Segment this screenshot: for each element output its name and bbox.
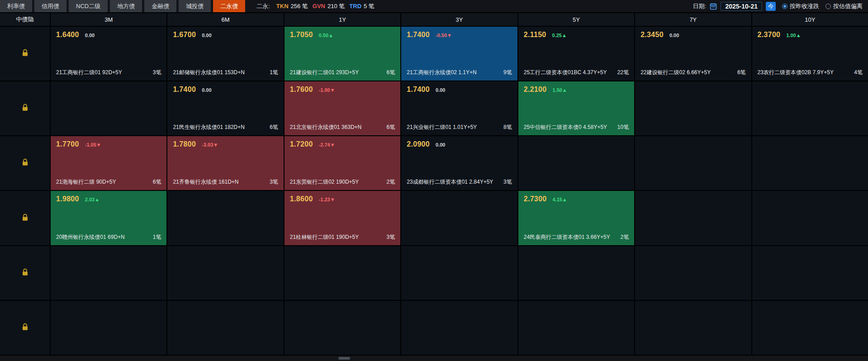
quote-value: 1.7200 [290,140,313,148]
tab-financial-bonds[interactable]: 金融债 [144,0,176,12]
quote-cell-1y-r0[interactable]: 1.70500.50▲21建设银行二级01 293D+5Y6笔 [285,27,400,81]
empty-cell-7y-r4 [635,246,751,300]
quote-value: 2.2100 [524,86,547,94]
quote-cell-6m-r0[interactable]: 1.67000.0021邮储银行永续债01 153D+N1笔 [167,27,283,81]
toolbar-right: 日期: 2025-10-21 今 按昨收涨跌按估值偏离 [693,0,868,12]
radio-circle-icon [782,4,787,9]
trade-count: 6笔 [270,124,278,131]
bond-name: 21民生银行永续债01 182D+N [173,124,244,131]
app-root: 利率债信用债NCD二级地方债金融债城投债二永债 二永: TKN256 笔GVN2… [0,0,868,361]
quote-value: 1.7400 [173,86,196,94]
quote-cell-3y-r2[interactable]: 2.09000.0023成都银行二级资本债01 2.84Y+5Y3笔 [401,136,517,190]
quote-value: 1.6700 [173,31,196,39]
lock-icon [22,268,28,278]
quote-change: -1.23▼ [319,197,335,202]
tab-urban-investment-bonds[interactable]: 城投债 [179,0,211,12]
quote-cell-5y-r3[interactable]: 2.73004.15▲24民泰商行二级资本债01 3.66Y+5Y2笔 [518,191,634,245]
quote-value: 1.6400 [56,31,79,39]
column-header-5y: 5Y [518,13,634,26]
quote-value: 2.3700 [758,31,781,39]
horizontal-scrollbar[interactable] [0,356,868,361]
trade-count: 6笔 [387,124,395,131]
scrollbar-thumb[interactable] [338,357,350,360]
empty-cell-6m-r5 [167,301,283,355]
empty-cell-1y-r4 [285,246,400,300]
empty-cell-3m-r5 [51,301,166,355]
lock-icon [22,323,28,332]
empty-cell-3y-r4 [401,246,517,300]
calendar-icon[interactable] [710,3,717,10]
quote-cell-5y-r0[interactable]: 2.11500.25▲25工行二级资本债01BC 4.37Y+5Y22笔 [518,27,634,81]
row-lock-1[interactable] [0,81,50,135]
column-header-6m: 6M [167,13,283,26]
tab-bar: 利率债信用债NCD二级地方债金融债城投债二永债 [0,0,247,12]
quote-cell-5y-r1[interactable]: 2.21001.50▲25中信银行二级资本债0 4.58Y+5Y10笔 [518,81,634,135]
trade-count: 8笔 [503,124,512,131]
empty-cell-10y-r4 [752,246,868,300]
radio-by-valuation-deviation[interactable]: 按估值偏离 [825,2,863,10]
row-lock-4[interactable] [0,246,50,300]
empty-cell-10y-r1 [752,81,868,135]
quote-cell-1y-r1[interactable]: 1.7600-1.00▼21北京银行永续债01 363D+N6笔 [285,81,400,135]
quote-cell-3m-r2[interactable]: 1.7700-1.05▼21渤海银行二级 90D+5Y6笔 [51,136,166,190]
quote-change: 0.00 [85,33,95,38]
row-lock-0[interactable] [0,27,50,81]
trade-count: 6笔 [737,69,746,76]
row-lock-3[interactable] [0,191,50,245]
lock-icon [22,104,28,113]
empty-cell-5y-r5 [518,301,634,355]
row-lock-2[interactable] [0,136,50,190]
tab-perpetual-tier2-bonds[interactable]: 二永债 [213,0,245,12]
summary-trd-label: TRD [349,3,361,10]
date-value[interactable]: 2025-10-21 [721,2,762,11]
quote-value: 2.7300 [524,195,547,203]
tab-local-gov-bonds[interactable]: 地方债 [110,0,142,12]
summary-trd-count: 5 笔 [364,2,375,10]
trade-count: 3笔 [153,69,161,76]
quote-cell-10y-r0[interactable]: 2.37001.00▲23农行二级资本债02B 7.9Y+5Y4笔 [752,27,868,81]
empty-cell-7y-r2 [635,136,751,190]
empty-cell-3m-r4 [51,246,166,300]
tab-interest-rate-bonds[interactable]: 利率债 [0,0,32,12]
today-button[interactable]: 今 [766,2,776,11]
quote-change: 0.00 [669,33,679,38]
quote-cell-3m-r0[interactable]: 1.64000.0021工商银行二级01 92D+5Y3笔 [51,27,166,81]
corner-header: 中债隐 [0,13,50,26]
tab-ncd-secondary[interactable]: NCD二级 [69,0,108,12]
row-lock-5[interactable] [0,301,50,355]
quote-change: 2.03▲ [85,197,100,202]
bond-name: 21桂林银行二级01 190D+5Y [290,233,359,241]
trade-count: 3笔 [387,233,395,241]
quote-value: 2.0900 [407,140,430,148]
quote-cell-6m-r1[interactable]: 1.74000.0021民生银行永续债01 182D+N6笔 [167,81,283,135]
empty-cell-5y-r2 [518,136,634,190]
empty-cell-3m-r1 [51,81,166,135]
lock-icon [22,158,28,168]
empty-cell-3y-r3 [401,191,517,245]
column-header-7y: 7Y [635,13,751,26]
summary-items: TKN256 笔GVN210 笔TRD5 笔 [272,2,375,10]
radio-by-prev-close-change[interactable]: 按昨收涨跌 [782,2,819,10]
summary-gvn-label: GVN [313,3,325,10]
column-header-1y: 1Y [285,13,400,26]
quote-value: 1.7800 [173,140,196,148]
tab-credit-bonds[interactable]: 信用债 [34,0,66,12]
quote-cell-7y-r0[interactable]: 2.34500.0022建设银行二级02 6.66Y+5Y6笔 [635,27,751,81]
quote-cell-3m-r3[interactable]: 1.98002.03▲20赣州银行永续债01 69D+N1笔 [51,191,166,245]
quote-cell-3y-r0[interactable]: 1.7400-0.50▼21工商银行永续债02 1.1Y+N9笔 [401,27,517,81]
quote-cell-3y-r1[interactable]: 1.74000.0021兴业银行二级01 1.01Y+5Y8笔 [401,81,517,135]
quote-change: 0.00 [202,33,211,38]
quote-value: 1.7050 [290,31,313,39]
quote-cell-6m-r2[interactable]: 1.7800-3.03▼21齐鲁银行永续债 161D+N3笔 [167,136,283,190]
radio-circle-icon [825,4,831,9]
empty-cell-10y-r3 [752,191,868,245]
quote-value: 2.3450 [640,31,664,39]
summary-prefix: 二永: [256,2,270,10]
quote-change: -3.03▼ [202,142,218,147]
quote-cell-1y-r2[interactable]: 1.7200-2.74▼21东莞银行二级02 190D+5Y2笔 [285,136,400,190]
quote-change: 4.15▲ [552,197,567,202]
bond-name: 25工行二级资本债01BC 4.37Y+5Y [524,69,607,76]
empty-cell-6m-r4 [167,246,283,300]
quote-cell-1y-r3[interactable]: 1.8600-1.23▼21桂林银行二级01 190D+5Y3笔 [285,191,400,245]
trade-count: 1笔 [153,233,161,241]
